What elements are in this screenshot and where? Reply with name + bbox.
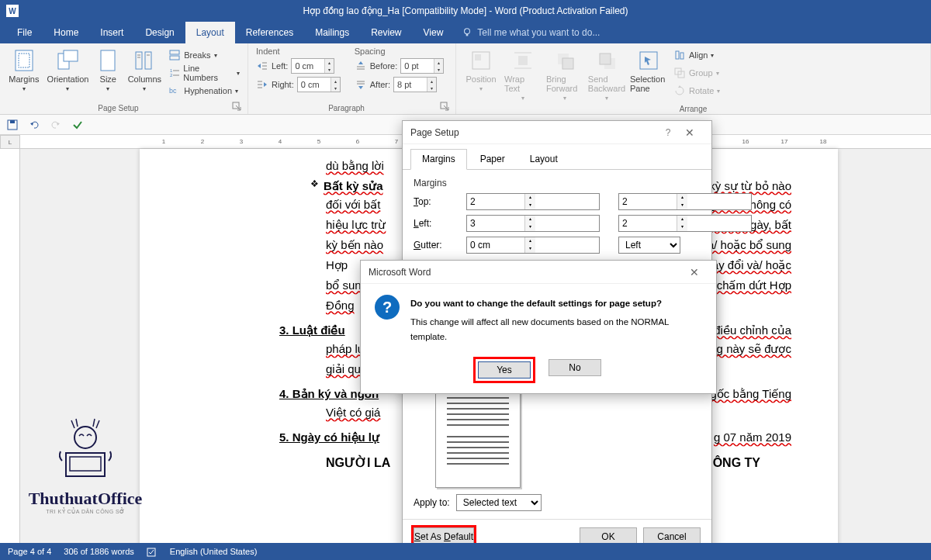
tab-review[interactable]: Review — [360, 22, 412, 43]
no-button[interactable]: No — [549, 359, 601, 376]
spacing-before-row: Before:0 pt▴▾ — [351, 57, 447, 74]
undo-qat-icon[interactable] — [26, 117, 42, 133]
status-words[interactable]: 306 of 1886 words — [64, 547, 134, 556]
wrap-text-icon — [510, 48, 535, 73]
hyphenation-button[interactable]: bcHyphenation ▾ — [165, 82, 243, 99]
align-button[interactable]: Align ▾ — [670, 47, 723, 64]
tab-view[interactable]: View — [413, 22, 455, 43]
window-title: Hợp đồng lao động_Ha [Compatibility Mode… — [303, 5, 628, 16]
vertical-ruler[interactable] — [0, 149, 20, 546]
page-setup-launcher-icon[interactable] — [232, 102, 243, 112]
bring-forward-icon — [552, 48, 577, 73]
gutter-label: Gutter: — [414, 240, 460, 251]
paragraph-launcher-icon[interactable] — [440, 102, 451, 112]
tell-me-search[interactable]: Tell me what you want to do... — [462, 27, 600, 38]
svg-text:2: 2 — [170, 73, 173, 78]
apply-to-select[interactable]: Selected text — [456, 494, 542, 511]
left-spinner[interactable]: ▴▾ — [524, 216, 535, 231]
question-icon: ? — [375, 295, 400, 320]
tab-references[interactable]: References — [235, 22, 304, 43]
group-button[interactable]: Group ▾ — [670, 64, 723, 81]
yes-button[interactable]: Yes — [478, 361, 531, 379]
gutter-spinner[interactable]: ▴▾ — [524, 237, 535, 253]
spacing-before-spinner[interactable]: ▴▾ — [434, 59, 443, 73]
svg-rect-40 — [640, 52, 657, 69]
svg-rect-1 — [466, 34, 469, 36]
title-bar: W Hợp đồng lao động_Ha [Compatibility Mo… — [0, 0, 931, 22]
help-icon[interactable]: ? — [660, 127, 676, 138]
position-icon — [469, 48, 493, 73]
top-spinner[interactable]: ▴▾ — [524, 194, 535, 209]
breaks-button[interactable]: Breaks ▾ — [165, 47, 243, 64]
size-button[interactable]: Size▾ — [92, 47, 123, 94]
svg-point-49 — [74, 427, 96, 448]
left-label: Left: — [414, 218, 460, 229]
selection-pane-button[interactable]: Selection Pane — [628, 47, 669, 95]
status-page[interactable]: Page 4 of 4 — [8, 547, 51, 556]
svg-rect-37 — [562, 58, 573, 69]
margins-icon — [12, 48, 36, 73]
word-app-icon: W — [6, 5, 19, 17]
line-numbers-button[interactable]: 12Line Numbers ▾ — [165, 64, 243, 81]
diamond-bullet-icon: ❖ — [310, 177, 319, 195]
gutter-position-select[interactable]: Left — [618, 237, 680, 254]
tab-design[interactable]: Design — [134, 22, 185, 43]
status-proofing-icon[interactable] — [147, 546, 157, 557]
columns-icon — [132, 48, 157, 73]
breaks-icon — [168, 49, 181, 61]
qat-check-icon[interactable] — [70, 117, 85, 133]
ruler-corner: L — [0, 135, 20, 149]
orientation-button[interactable]: Orientation▾ — [45, 47, 91, 94]
bottom-spinner[interactable]: ▴▾ — [677, 194, 687, 209]
ribbon-tabs: File Home Insert Design Layout Reference… — [0, 22, 931, 43]
group-icon — [673, 67, 686, 79]
margins-button[interactable]: Margins▾ — [5, 47, 43, 94]
svg-text:bc: bc — [169, 87, 177, 95]
indent-right-spinner[interactable]: ▴▾ — [331, 78, 340, 92]
page-setup-titlebar[interactable]: Page Setup ? ✕ — [403, 121, 711, 144]
right-spinner[interactable]: ▴▾ — [677, 216, 687, 231]
tab-file[interactable]: File — [6, 22, 43, 43]
tab-paper[interactable]: Paper — [469, 149, 517, 169]
indent-left-spinner[interactable]: ▴▾ — [324, 59, 334, 73]
send-backward-icon — [594, 48, 619, 73]
confirm-message-1: Do you want to change the default settin… — [410, 296, 704, 310]
rotate-button[interactable]: Rotate ▾ — [670, 82, 723, 99]
svg-point-0 — [465, 29, 470, 34]
indent-left-row: Left:0 cm▴▾ — [253, 57, 344, 74]
spacing-before-icon — [355, 60, 367, 72]
svg-rect-33 — [518, 56, 528, 65]
page-setup-group-label: Page Setup — [5, 102, 232, 112]
indent-right-icon — [256, 78, 268, 91]
paragraph-group-label: Paragraph — [253, 102, 440, 112]
tab-margins[interactable]: Margins — [410, 149, 467, 170]
spacing-label: Spacing — [351, 47, 447, 56]
confirm-titlebar[interactable]: Microsoft Word ✕ — [361, 261, 716, 284]
tab-layout-ps[interactable]: Layout — [518, 149, 569, 169]
apply-to-label: Apply to: — [414, 497, 450, 508]
spacing-after-spinner[interactable]: ▴▾ — [427, 78, 436, 92]
indent-right-row: Right:0 cm▴▾ — [253, 76, 344, 93]
tab-insert[interactable]: Insert — [89, 22, 134, 43]
status-language[interactable]: English (United States) — [170, 547, 258, 556]
columns-button[interactable]: Columns▾ — [125, 47, 164, 94]
indent-label: Indent — [253, 47, 344, 56]
brand-watermark: ThuthuatOffice TRI KỶ CỦA DÂN CÔNG SỞ — [23, 414, 147, 515]
mascot-icon — [47, 414, 124, 484]
tab-layout[interactable]: Layout — [185, 22, 235, 43]
close-icon[interactable]: ✕ — [676, 126, 704, 139]
top-label: Top: — [414, 196, 460, 207]
rotate-icon — [673, 85, 686, 97]
brand-tagline: TRI KỶ CỦA DÂN CÔNG SỞ — [23, 509, 147, 515]
tab-mailings[interactable]: Mailings — [304, 22, 360, 43]
preview-thumbnail — [435, 387, 521, 488]
redo-qat-icon[interactable] — [48, 117, 64, 133]
arrange-group-label: Arrange — [461, 103, 926, 113]
page-setup-title: Page Setup — [410, 127, 459, 138]
save-qat-icon[interactable] — [5, 117, 20, 133]
confirm-close-icon[interactable]: ✕ — [680, 266, 708, 278]
tab-home[interactable]: Home — [43, 22, 89, 43]
margins-section-label: Margins — [414, 178, 701, 188]
size-icon — [95, 48, 120, 73]
spacing-after-icon — [355, 78, 367, 91]
